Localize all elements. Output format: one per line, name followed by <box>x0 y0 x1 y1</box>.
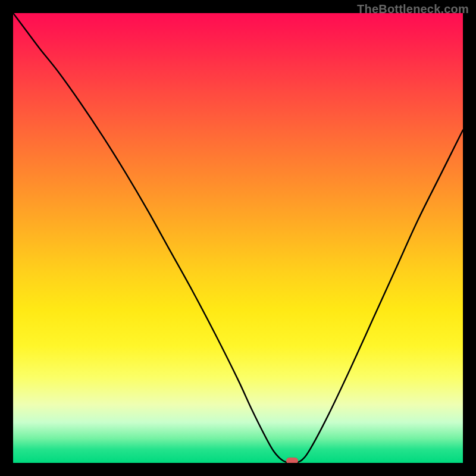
bottleneck-curve <box>13 13 463 463</box>
plot-area <box>13 13 463 463</box>
curve-svg <box>13 13 463 463</box>
watermark-text: TheBottleneck.com <box>357 2 469 16</box>
chart-frame: TheBottleneck.com <box>0 0 476 476</box>
optimal-marker <box>286 458 298 463</box>
